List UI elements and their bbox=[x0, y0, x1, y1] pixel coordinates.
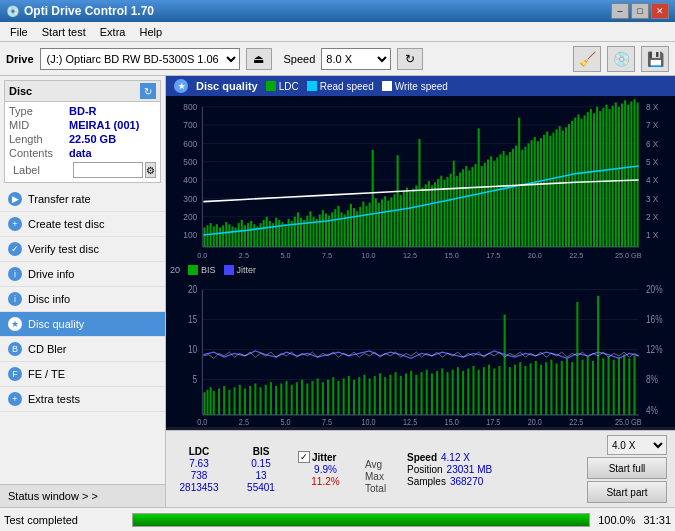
status-bar: Test completed 100.0% 31:31 bbox=[0, 507, 675, 531]
svg-rect-153 bbox=[562, 130, 564, 246]
svg-rect-92 bbox=[372, 150, 374, 247]
nav-disc-info[interactable]: i Disc info bbox=[0, 287, 165, 312]
svg-rect-135 bbox=[506, 155, 508, 247]
erase-button[interactable]: 🧹 bbox=[573, 46, 601, 72]
svg-rect-45 bbox=[225, 222, 227, 247]
svg-rect-117 bbox=[450, 174, 452, 247]
nav-fe-te[interactable]: F FE / TE bbox=[0, 362, 165, 387]
svg-rect-72 bbox=[309, 211, 311, 247]
svg-rect-53 bbox=[250, 221, 252, 247]
disc-refresh-button[interactable]: ↻ bbox=[140, 83, 156, 99]
legend-ldc-color bbox=[266, 81, 276, 91]
svg-rect-244 bbox=[395, 372, 397, 415]
nav-label-drive-info: Drive info bbox=[28, 268, 74, 280]
menu-extra[interactable]: Extra bbox=[94, 24, 132, 40]
svg-rect-137 bbox=[512, 149, 514, 247]
close-button[interactable]: ✕ bbox=[651, 3, 669, 19]
svg-text:7.5: 7.5 bbox=[322, 250, 332, 259]
eject-button[interactable]: ⏏ bbox=[246, 48, 272, 70]
bis-avg: 0.15 bbox=[236, 458, 286, 469]
svg-rect-54 bbox=[253, 224, 255, 247]
ldc-avg: 7.63 bbox=[174, 458, 224, 469]
nav-verify-test-disc[interactable]: ✓ Verify test disc bbox=[0, 237, 165, 262]
svg-rect-168 bbox=[609, 109, 611, 247]
minimize-button[interactable]: – bbox=[611, 3, 629, 19]
svg-rect-216 bbox=[249, 386, 251, 415]
svg-rect-121 bbox=[462, 169, 464, 247]
disc-label-input[interactable] bbox=[73, 162, 143, 178]
chart-header-icon: ★ bbox=[174, 79, 188, 93]
start-part-button[interactable]: Start part bbox=[587, 481, 667, 503]
svg-text:25.0 GB: 25.0 GB bbox=[615, 417, 642, 427]
nav-disc-quality[interactable]: ★ Disc quality bbox=[0, 312, 165, 337]
nav-extra-tests[interactable]: + Extra tests bbox=[0, 387, 165, 412]
svg-text:7.5: 7.5 bbox=[322, 417, 333, 427]
svg-rect-75 bbox=[319, 215, 321, 247]
svg-rect-83 bbox=[344, 215, 346, 247]
svg-text:20%: 20% bbox=[646, 285, 663, 296]
svg-rect-42 bbox=[216, 224, 218, 247]
status-window-nav[interactable]: Status window > > bbox=[0, 484, 165, 507]
svg-rect-285 bbox=[607, 356, 609, 415]
svg-rect-105 bbox=[412, 189, 414, 247]
nav-cd-bler[interactable]: B CD Bler bbox=[0, 337, 165, 362]
svg-text:2 X: 2 X bbox=[646, 212, 659, 222]
maximize-button[interactable]: □ bbox=[631, 3, 649, 19]
svg-rect-239 bbox=[369, 378, 371, 414]
svg-rect-218 bbox=[259, 387, 261, 415]
disc-table: Type BD-R MID MEIRA1 (001) Length 22.50 … bbox=[5, 102, 160, 182]
quality-speed-select[interactable]: 4.0 X 2.0 X 6.0 X 8.0 X bbox=[607, 435, 667, 455]
nav-transfer-rate[interactable]: ▶ Transfer rate bbox=[0, 187, 165, 212]
svg-rect-231 bbox=[327, 380, 329, 415]
svg-text:600: 600 bbox=[183, 138, 197, 148]
svg-rect-164 bbox=[596, 107, 598, 247]
disc-label-gear-button[interactable]: ⚙ bbox=[145, 162, 156, 178]
svg-rect-267 bbox=[514, 365, 516, 415]
svg-rect-112 bbox=[434, 182, 436, 247]
svg-rect-263 bbox=[493, 368, 495, 414]
stats-panel: LDC 7.63 738 2813453 BIS 0.15 13 55401 ✓… bbox=[166, 430, 675, 507]
svg-rect-38 bbox=[203, 227, 205, 246]
svg-rect-47 bbox=[231, 226, 233, 246]
nav-create-test-disc[interactable]: + Create test disc bbox=[0, 212, 165, 237]
save-button[interactable]: 💾 bbox=[641, 46, 669, 72]
svg-rect-279 bbox=[576, 302, 578, 415]
legend-jitter-label: Jitter bbox=[237, 265, 257, 275]
svg-text:16%: 16% bbox=[646, 315, 663, 326]
menu-file[interactable]: File bbox=[4, 24, 34, 40]
menu-start-test[interactable]: Start test bbox=[36, 24, 92, 40]
svg-rect-77 bbox=[325, 213, 327, 246]
svg-rect-206 bbox=[203, 392, 205, 415]
svg-rect-44 bbox=[222, 225, 224, 247]
svg-rect-155 bbox=[568, 124, 570, 247]
status-progress-container bbox=[132, 513, 590, 527]
svg-rect-82 bbox=[341, 212, 343, 246]
jitter-checkbox[interactable]: ✓ bbox=[298, 451, 310, 463]
svg-rect-224 bbox=[291, 385, 293, 415]
svg-rect-289 bbox=[628, 358, 630, 414]
disc-icon-button[interactable]: 💿 bbox=[607, 46, 635, 72]
legend-bis-color bbox=[188, 265, 198, 275]
svg-rect-65 bbox=[288, 219, 290, 247]
refresh-button[interactable]: ↻ bbox=[397, 48, 423, 70]
svg-text:5: 5 bbox=[193, 375, 198, 386]
jitter-check-row: ✓ Jitter bbox=[298, 451, 353, 463]
disc-type-val: BD-R bbox=[69, 105, 97, 117]
svg-rect-253 bbox=[441, 368, 443, 414]
status-progress-bar bbox=[133, 514, 589, 526]
disc-mid-key: MID bbox=[9, 119, 67, 131]
disc-type-row: Type BD-R bbox=[9, 104, 156, 118]
start-full-button[interactable]: Start full bbox=[587, 457, 667, 479]
svg-rect-225 bbox=[296, 382, 298, 415]
svg-rect-230 bbox=[322, 382, 324, 415]
svg-rect-52 bbox=[247, 223, 249, 247]
total-label: Total bbox=[365, 483, 395, 494]
drive-select[interactable]: (J:) Optiarc BD RW BD-5300S 1.06 bbox=[40, 48, 240, 70]
samples-val: 368270 bbox=[450, 476, 483, 487]
menu-help[interactable]: Help bbox=[133, 24, 168, 40]
nav-drive-info[interactable]: i Drive info bbox=[0, 262, 165, 287]
controls-right: 4.0 X 2.0 X 6.0 X 8.0 X Start full Start… bbox=[587, 435, 667, 503]
speed-select[interactable]: 8.0 X 4.0 X 6.0 X bbox=[321, 48, 391, 70]
svg-text:7 X: 7 X bbox=[646, 120, 659, 130]
svg-text:800: 800 bbox=[183, 102, 197, 112]
